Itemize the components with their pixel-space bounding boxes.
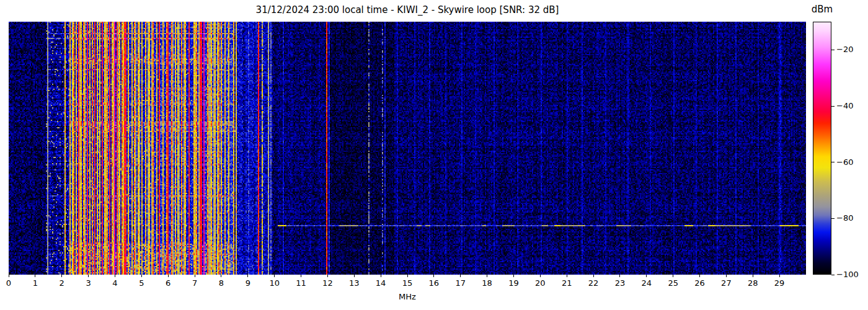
colorbar-tick-mark [831, 162, 835, 162]
x-tick-label: 26 [689, 278, 711, 288]
x-tick-mark [619, 275, 620, 277]
x-tick-label: 24 [636, 278, 657, 288]
x-tick-label: 10 [264, 278, 285, 288]
x-tick-mark [567, 275, 567, 277]
colorbar-tick-mark [831, 106, 835, 107]
colorbar-tick-label: −20 [836, 45, 865, 54]
x-tick-label: 28 [742, 278, 763, 288]
colorbar-tick-mark [831, 218, 835, 219]
x-tick-mark [88, 275, 89, 277]
x-tick-label: 8 [211, 278, 232, 288]
x-tick-label: 17 [450, 278, 471, 288]
x-tick-label: 7 [184, 278, 205, 288]
x-tick-mark [726, 275, 727, 277]
x-tick-mark [301, 275, 301, 277]
colorbar-unit-label: dBm [804, 4, 841, 16]
x-tick-mark [753, 275, 753, 277]
x-tick-label: 1 [25, 278, 46, 288]
x-tick-mark [35, 275, 35, 277]
colorbar-tick-mark [831, 50, 835, 50]
x-tick-label: 21 [556, 278, 577, 288]
x-tick-label: 5 [131, 278, 152, 288]
x-tick-mark [274, 275, 275, 277]
colorbar-tick-label: −60 [836, 157, 865, 167]
x-tick-label: 18 [477, 278, 498, 288]
x-tick-mark [460, 275, 461, 277]
colorbar-tick-label: −100 [836, 270, 865, 279]
x-tick-label: 2 [51, 278, 73, 288]
x-tick-label: 13 [343, 278, 365, 288]
colorbar-tick-label: −80 [836, 213, 865, 223]
x-tick-mark [9, 275, 9, 277]
x-tick-mark [168, 275, 169, 277]
x-axis-label: MHz [9, 292, 806, 302]
x-tick-label: 20 [529, 278, 551, 288]
x-tick-mark [247, 275, 248, 277]
colorbar-tick-label: −40 [836, 101, 865, 110]
x-tick-label: 19 [503, 278, 524, 288]
x-tick-mark [195, 275, 195, 277]
x-tick-label: 25 [663, 278, 684, 288]
x-tick-label: 12 [317, 278, 338, 288]
x-tick-mark [540, 275, 541, 277]
x-tick-mark [381, 275, 381, 277]
x-tick-mark [673, 275, 673, 277]
x-tick-label: 3 [78, 278, 99, 288]
x-tick-mark [407, 275, 408, 277]
x-tick-mark [61, 275, 62, 277]
x-tick-mark [699, 275, 700, 277]
x-tick-label: 23 [609, 278, 631, 288]
x-tick-mark [779, 275, 780, 277]
x-tick-label: 15 [397, 278, 418, 288]
colorbar-tick-mark [831, 275, 835, 275]
x-tick-label: 16 [423, 278, 445, 288]
x-tick-label: 29 [769, 278, 790, 288]
spectrogram-page: { "page": {"width": 1400, "height": 500,… [0, 0, 868, 310]
x-tick-label: 14 [370, 278, 391, 288]
spectrogram-plot [9, 22, 806, 275]
x-tick-label: 0 [0, 278, 19, 288]
x-tick-mark [354, 275, 355, 277]
x-tick-mark [433, 275, 434, 277]
x-tick-mark [221, 275, 221, 277]
x-tick-label: 22 [583, 278, 604, 288]
colorbar [813, 22, 831, 275]
x-tick-mark [593, 275, 594, 277]
x-tick-mark [115, 275, 115, 277]
spectrogram-waterfall-canvas [9, 22, 806, 275]
x-tick-mark [141, 275, 142, 277]
x-tick-mark [513, 275, 514, 277]
x-tick-label: 27 [715, 278, 737, 288]
chart-title: 31/12/2024 23:00 local time - KIWI_2 - S… [9, 4, 806, 16]
x-tick-label: 4 [104, 278, 125, 288]
x-tick-mark [487, 275, 487, 277]
x-tick-mark [646, 275, 647, 277]
x-tick-label: 9 [237, 278, 259, 288]
x-tick-mark [327, 275, 328, 277]
x-tick-label: 6 [157, 278, 179, 288]
x-tick-label: 11 [291, 278, 312, 288]
